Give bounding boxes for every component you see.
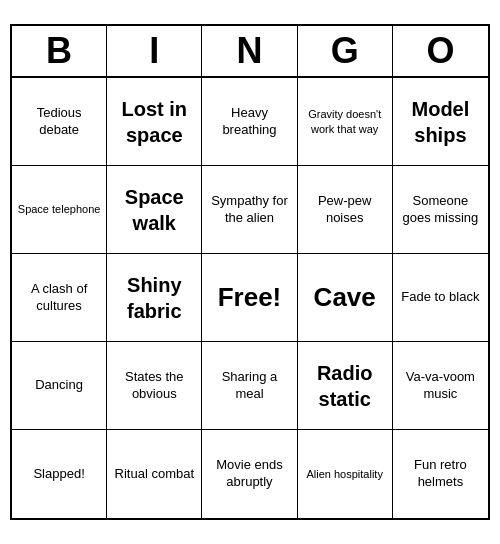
bingo-cell-23[interactable]: Alien hospitality (298, 430, 393, 518)
bingo-cell-13[interactable]: Cave (298, 254, 393, 342)
bingo-cell-20[interactable]: Slapped! (12, 430, 107, 518)
bingo-cell-5[interactable]: Space telephone (12, 166, 107, 254)
cell-text-8: Pew-pew noises (302, 193, 388, 227)
bingo-cell-16[interactable]: States the obvious (107, 342, 202, 430)
cell-text-10: A clash of cultures (16, 281, 102, 315)
bingo-cell-0[interactable]: Tedious debate (12, 78, 107, 166)
bingo-cell-22[interactable]: Movie ends abruptly (202, 430, 297, 518)
cell-text-19: Va-va-voom music (397, 369, 484, 403)
cell-text-11: Shiny fabric (111, 272, 197, 324)
bingo-cell-11[interactable]: Shiny fabric (107, 254, 202, 342)
cell-text-5: Space telephone (18, 202, 101, 216)
cell-text-23: Alien hospitality (306, 467, 382, 481)
bingo-cell-6[interactable]: Space walk (107, 166, 202, 254)
cell-text-14: Fade to black (401, 289, 479, 306)
cell-text-6: Space walk (111, 184, 197, 236)
cell-text-21: Ritual combat (115, 466, 194, 483)
bingo-cell-10[interactable]: A clash of cultures (12, 254, 107, 342)
cell-text-22: Movie ends abruptly (206, 457, 292, 491)
bingo-cell-4[interactable]: Model ships (393, 78, 488, 166)
cell-text-0: Tedious debate (16, 105, 102, 139)
bingo-grid: Tedious debateLost in spaceHeavy breathi… (12, 78, 488, 518)
bingo-cell-17[interactable]: Sharing a meal (202, 342, 297, 430)
bingo-cell-14[interactable]: Fade to black (393, 254, 488, 342)
bingo-card: B I N G O Tedious debateLost in spaceHea… (10, 24, 490, 520)
bingo-cell-8[interactable]: Pew-pew noises (298, 166, 393, 254)
bingo-cell-9[interactable]: Someone goes missing (393, 166, 488, 254)
cell-text-15: Dancing (35, 377, 83, 394)
bingo-cell-2[interactable]: Heavy breathing (202, 78, 297, 166)
header-n: N (202, 26, 297, 76)
cell-text-24: Fun retro helmets (397, 457, 484, 491)
cell-text-16: States the obvious (111, 369, 197, 403)
cell-text-17: Sharing a meal (206, 369, 292, 403)
cell-text-2: Heavy breathing (206, 105, 292, 139)
cell-text-18: Radio static (302, 360, 388, 412)
bingo-cell-12[interactable]: Free! (202, 254, 297, 342)
cell-text-13: Cave (314, 281, 376, 315)
bingo-cell-19[interactable]: Va-va-voom music (393, 342, 488, 430)
cell-text-1: Lost in space (111, 96, 197, 148)
cell-text-4: Model ships (397, 96, 484, 148)
bingo-cell-15[interactable]: Dancing (12, 342, 107, 430)
cell-text-7: Sympathy for the alien (206, 193, 292, 227)
cell-text-20: Slapped! (33, 466, 84, 483)
bingo-cell-21[interactable]: Ritual combat (107, 430, 202, 518)
bingo-cell-7[interactable]: Sympathy for the alien (202, 166, 297, 254)
bingo-cell-1[interactable]: Lost in space (107, 78, 202, 166)
header-b: B (12, 26, 107, 76)
header-o: O (393, 26, 488, 76)
bingo-header: B I N G O (12, 26, 488, 78)
bingo-cell-18[interactable]: Radio static (298, 342, 393, 430)
bingo-cell-24[interactable]: Fun retro helmets (393, 430, 488, 518)
bingo-cell-3[interactable]: Gravity doesn't work that way (298, 78, 393, 166)
cell-text-12: Free! (218, 281, 282, 315)
cell-text-3: Gravity doesn't work that way (302, 107, 388, 136)
cell-text-9: Someone goes missing (397, 193, 484, 227)
header-g: G (298, 26, 393, 76)
header-i: I (107, 26, 202, 76)
